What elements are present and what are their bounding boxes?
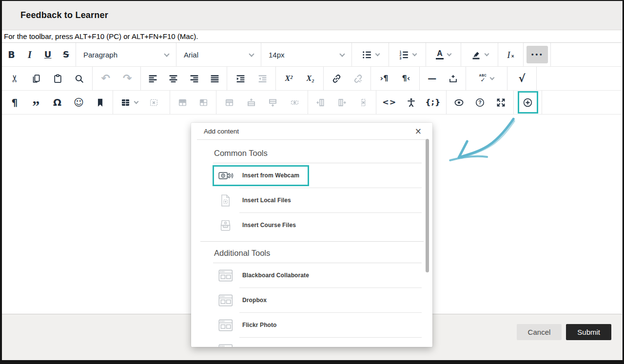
cancel-button[interactable]: Cancel <box>517 324 562 340</box>
outdent-button <box>254 69 271 88</box>
underline-button[interactable]: U <box>39 45 57 64</box>
insert-table-icon <box>120 97 131 108</box>
dialog-item-insert-course-files[interactable]: Insert Course Files <box>213 213 426 237</box>
preview-button[interactable] <box>450 93 468 112</box>
chevron-down-icon <box>375 52 380 57</box>
dialog-item-label: Flickr Photo <box>242 322 277 328</box>
table-cell-properties-button <box>195 93 213 112</box>
search-icon <box>74 74 84 84</box>
subscript-button[interactable]: X₂ <box>302 69 319 88</box>
horizontal-rule-icon: — <box>428 74 436 83</box>
bold-button[interactable]: B <box>2 45 20 64</box>
strikethrough-button[interactable]: S <box>58 45 75 64</box>
dialog-item-insert-from-webcam[interactable]: Insert from Webcam <box>213 163 426 188</box>
right-to-left-button[interactable]: ¶‹ <box>397 69 415 88</box>
copy-button[interactable] <box>27 69 45 88</box>
add-content-dialog: Add content × Common ToolsInsert from We… <box>191 123 432 347</box>
left-to-right-button[interactable]: ›¶ <box>375 69 393 88</box>
anchor-bookmark-button[interactable] <box>91 93 109 112</box>
dialog-item-label: SlideShare Presentation <box>242 346 311 347</box>
toolbar-group: ›¶¶‹ <box>371 67 420 90</box>
italic-button[interactable]: I <box>21 45 39 64</box>
dialog-item-flickr-photo[interactable]: Flickr Photo <box>213 313 426 337</box>
submit-button[interactable]: Submit <box>566 324 611 340</box>
insert-link-button[interactable] <box>328 69 345 88</box>
highlight-color-button[interactable] <box>471 45 488 64</box>
toolbar-group <box>170 91 216 114</box>
align-justify-button[interactable] <box>206 69 224 88</box>
insert-row-below-icon <box>268 97 278 108</box>
text-color-button[interactable]: A <box>435 45 452 64</box>
insert-row-above-button <box>242 93 260 112</box>
dialog-item-dropbox[interactable]: Dropbox <box>213 288 426 312</box>
preview-icon <box>454 97 464 108</box>
add-content-button[interactable] <box>519 93 537 112</box>
dialog-item-inner: Insert from Webcam <box>213 165 309 186</box>
more-options-button[interactable]: ••• <box>526 46 548 63</box>
dialog-scrollbar[interactable] <box>426 139 429 272</box>
insert-column-left-icon <box>315 97 326 108</box>
superscript-icon: X² <box>285 75 292 82</box>
font-size-select[interactable]: 14px <box>261 43 351 66</box>
toolbar-group <box>352 43 389 66</box>
paragraph-format-select[interactable]: Paragraph <box>76 43 176 66</box>
chevron-down-icon <box>339 51 345 57</box>
math-formula-button[interactable]: √ <box>513 69 531 88</box>
emoticon-button[interactable]: ☺ <box>70 93 87 112</box>
cut-button[interactable]: ✂ <box>6 69 23 88</box>
indent-button[interactable] <box>232 69 249 88</box>
horizontal-rule-button[interactable]: — <box>423 69 441 88</box>
toolbar-group: A <box>426 43 461 66</box>
strikethrough-icon: S <box>63 50 69 59</box>
search-button[interactable] <box>71 69 88 88</box>
help-button[interactable]: ? <box>471 93 489 112</box>
title-bar: Feedback to Learner <box>2 1 622 30</box>
paragraph-format-value: Paragraph <box>83 51 165 59</box>
toolbar-group: ↶↷ <box>93 67 141 90</box>
special-character-button[interactable]: Ω <box>48 93 66 112</box>
merge-cells-button <box>221 93 238 112</box>
align-right-button[interactable] <box>185 69 203 88</box>
text-color-icon: A <box>436 50 444 59</box>
toolbar-group: ¶”Ω☺ <box>2 91 113 114</box>
insert-row-below-button <box>264 93 282 112</box>
toolbar-group: 14px <box>261 43 352 66</box>
toolbar-group: Arial <box>176 43 261 66</box>
paragraph-marks-button[interactable]: ¶ <box>6 93 23 112</box>
code-sample-icon: {;} <box>425 98 441 106</box>
blockquote-button[interactable]: ” <box>27 93 45 112</box>
align-center-button[interactable] <box>165 69 182 88</box>
right-to-left-icon: ¶‹ <box>402 75 410 82</box>
superscript-button[interactable]: X² <box>280 69 297 88</box>
blockquote-icon: ” <box>32 95 39 110</box>
insert-table-button[interactable] <box>120 93 138 112</box>
dialog-item-blackboard-collaborate[interactable]: Blackboard Collaborate <box>213 263 426 287</box>
flickr-photo-icon <box>218 319 234 332</box>
spellcheck-button[interactable]: ABC✓ <box>478 69 495 88</box>
delete-row-icon <box>290 97 300 108</box>
fullscreen-button[interactable] <box>492 93 510 112</box>
toolbar-group: Paragraph <box>76 43 176 66</box>
special-character-icon: Ω <box>53 97 61 107</box>
paste-button[interactable] <box>49 69 67 88</box>
help-icon: ? <box>475 97 485 108</box>
page-break-icon <box>448 74 458 84</box>
page-break-button[interactable] <box>445 69 462 88</box>
close-icon[interactable]: × <box>413 126 424 136</box>
source-code-button[interactable]: <> <box>381 93 398 112</box>
accessibility-checker-button[interactable] <box>403 93 420 112</box>
delete-table-button <box>145 93 162 112</box>
code-sample-button[interactable]: {;} <box>424 93 442 112</box>
font-family-select[interactable]: Arial <box>176 43 261 66</box>
unordered-list-button[interactable] <box>362 45 379 64</box>
dialog-item-slideshare-presentation[interactable]: SlideShare Presentation <box>213 338 426 347</box>
align-left-button[interactable] <box>144 69 161 88</box>
spellcheck-icon: ABC✓ <box>479 74 487 83</box>
dialog-item-insert-local-files[interactable]: Insert Local Files <box>213 188 426 212</box>
ordered-list-button[interactable]: 123 <box>399 45 416 64</box>
font-family-value: Arial <box>184 51 250 59</box>
delete-column-icon <box>358 97 369 108</box>
fullscreen-icon <box>496 97 506 108</box>
toolbar-row-3: ¶”Ω☺<>{;}? <box>2 91 622 115</box>
clear-formatting-button[interactable]: I× <box>502 45 520 64</box>
